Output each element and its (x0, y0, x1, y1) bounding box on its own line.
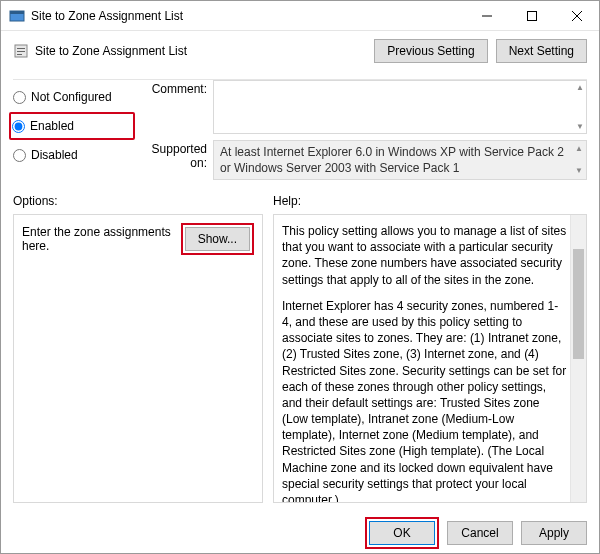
help-paragraph: Internet Explorer has 4 security zones, … (282, 298, 568, 503)
scrollbar-thumb[interactable] (573, 249, 584, 359)
options-label: Options: (13, 194, 263, 208)
highlight-ok: OK (365, 517, 439, 549)
scroll-up-icon[interactable]: ▲ (576, 83, 584, 92)
radio-enabled-input[interactable] (12, 120, 25, 133)
radio-not-configured[interactable]: Not Configured (13, 86, 135, 108)
radio-disabled-label: Disabled (31, 148, 78, 162)
lower-split: Options: Enter the zone assignments here… (13, 194, 587, 503)
svg-rect-9 (17, 54, 22, 55)
next-setting-button[interactable]: Next Setting (496, 39, 587, 63)
options-entry-label: Enter the zone assignments here. (22, 225, 177, 253)
highlight-enabled: Enabled (9, 112, 135, 140)
help-scrollbar[interactable] (570, 215, 586, 502)
svg-rect-1 (10, 11, 24, 14)
header-row: Site to Zone Assignment List Previous Se… (13, 39, 587, 63)
options-column: Options: Enter the zone assignments here… (13, 194, 263, 503)
comment-label: Comment: (135, 80, 213, 134)
scroll-up-icon[interactable]: ▲ (575, 144, 583, 154)
scroll-down-icon[interactable]: ▼ (576, 122, 584, 131)
help-paragraph: This policy setting allows you to manage… (282, 223, 568, 288)
cancel-button[interactable]: Cancel (447, 521, 513, 545)
meta-area: Comment: ▲ ▼ Supported on: At least Inte… (135, 80, 587, 186)
help-text: This policy setting allows you to manage… (282, 223, 568, 503)
svg-rect-3 (527, 11, 536, 20)
ok-button[interactable]: OK (369, 521, 435, 545)
options-panel: Enter the zone assignments here. Show... (13, 214, 263, 503)
policy-icon (13, 43, 29, 59)
supported-on-value: At least Internet Explorer 6.0 in Window… (220, 145, 564, 175)
footer-buttons: OK Cancel Apply (1, 513, 599, 553)
comment-textarea[interactable]: ▲ ▼ (213, 80, 587, 134)
titlebar: Site to Zone Assignment List (1, 1, 599, 31)
supported-on-text: At least Internet Explorer 6.0 in Window… (213, 140, 587, 180)
main-settings: Not Configured Enabled Disabled Comment: (13, 80, 587, 186)
close-button[interactable] (554, 1, 599, 31)
radio-enabled-label: Enabled (30, 119, 74, 133)
maximize-button[interactable] (509, 1, 554, 31)
window-title: Site to Zone Assignment List (31, 9, 464, 23)
show-button[interactable]: Show... (185, 227, 250, 251)
previous-setting-button[interactable]: Previous Setting (374, 39, 487, 63)
scroll-down-icon[interactable]: ▼ (575, 166, 583, 176)
radio-not-configured-label: Not Configured (31, 90, 112, 104)
help-column: Help: This policy setting allows you to … (273, 194, 587, 503)
minimize-button[interactable] (464, 1, 509, 31)
content-area: Site to Zone Assignment List Previous Se… (1, 31, 599, 513)
radio-not-configured-input[interactable] (13, 91, 26, 104)
app-icon (9, 8, 25, 24)
svg-rect-8 (17, 51, 25, 52)
policy-title: Site to Zone Assignment List (35, 44, 374, 58)
help-label: Help: (273, 194, 587, 208)
svg-rect-7 (17, 48, 25, 49)
apply-button[interactable]: Apply (521, 521, 587, 545)
radio-enabled[interactable]: Enabled (12, 115, 129, 137)
dialog-window: Site to Zone Assignment List Site to Zon… (0, 0, 600, 554)
help-panel: This policy setting allows you to manage… (273, 214, 587, 503)
radio-disabled-input[interactable] (13, 149, 26, 162)
highlight-show: Show... (181, 223, 254, 255)
state-radios: Not Configured Enabled Disabled (13, 80, 135, 186)
radio-disabled[interactable]: Disabled (13, 144, 135, 166)
supported-on-label: Supported on: (135, 140, 213, 180)
